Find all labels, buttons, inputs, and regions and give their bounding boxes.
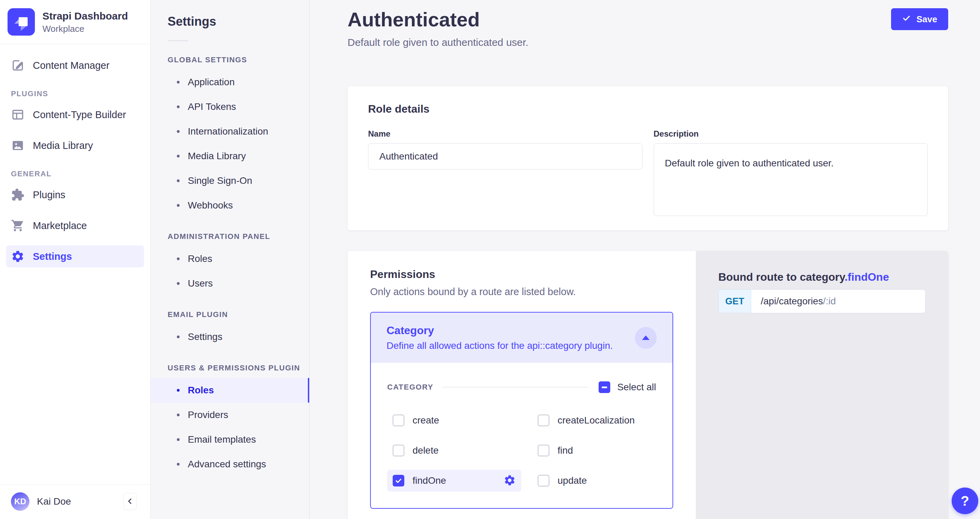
question-mark-icon: ? [961,493,969,509]
gear-icon [11,249,25,263]
sidebar-footer: KD Kai Doe [0,484,150,519]
subnav-item-webhooks[interactable]: Webhooks [151,193,309,218]
select-all-label: Select all [617,382,656,393]
subnav-item-email-templates[interactable]: Email templates [151,427,309,452]
subnav-section-global-settings: GLOBAL SETTINGS [151,56,309,64]
subnav-item-label: API Tokens [188,101,236,112]
bound-route-title-prefix: Bound route to category [718,271,845,283]
accordion-title: Category [387,324,613,337]
delete-checkbox[interactable] [393,445,404,456]
subnav-item-api-tokens[interactable]: API Tokens [151,94,309,119]
action-label: find [558,445,573,456]
subnav-item-label: Settings [188,331,222,342]
subnav-item-admin-users[interactable]: Users [151,271,309,296]
divider [442,387,588,388]
subnav-item-label: Media Library [188,151,246,161]
find-checkbox[interactable] [538,445,549,456]
collapse-sidebar-button[interactable] [124,493,137,510]
permissions-heading: Permissions [370,268,673,281]
subnav-item-admin-roles[interactable]: Roles [151,246,309,271]
image-icon [11,139,25,152]
actions-grid: create createLocalization delete fi [387,409,656,492]
strapi-logo-icon [8,8,35,36]
category-accordion-body: CATEGORY Select all create [371,363,673,508]
findOne-settings-button[interactable] [504,474,516,487]
sidebar-item-label: Settings [33,251,72,262]
subnav-item-label: Internationalization [188,126,268,137]
sidebar-item-label: Media Library [33,140,93,151]
category-accordion-header[interactable]: Category Define all allowed actions for … [371,313,673,363]
bound-route-panel: Bound route to category.findOne GET /api… [696,251,948,519]
save-button-label: Save [916,14,937,25]
sidebar-item-label: Marketplace [33,220,87,232]
brand-subtitle: Workplace [42,23,128,34]
check-icon [902,14,911,25]
route-display: GET /api/categories/:id [718,289,926,313]
sidebar-item-label: Content-Type Builder [33,109,126,120]
brand[interactable]: Strapi Dashboard Workplace [0,0,150,44]
subnav-divider [168,40,188,41]
createLocalization-checkbox[interactable] [538,415,549,426]
subnav-item-email-settings[interactable]: Settings [151,324,309,349]
sidebar-item-media-library[interactable]: Media Library [6,134,144,156]
page-subtitle: Default role given to authenticated user… [348,36,528,49]
subnav-item-up-roles[interactable]: Roles [151,378,309,402]
category-accordion: Category Define all allowed actions for … [370,312,673,509]
avatar[interactable]: KD [11,492,29,511]
sidebar-item-content-type-builder[interactable]: Content-Type Builder [6,104,144,126]
route-param: /:id [823,296,836,307]
create-checkbox[interactable] [393,415,404,426]
sidebar-item-marketplace[interactable]: Marketplace [6,215,144,236]
route-path: /api/categories [761,296,823,307]
sidebar-item-content-manager[interactable]: Content Manager [6,54,144,76]
subnav-item-application[interactable]: Application [151,70,309,94]
update-checkbox[interactable] [538,475,549,487]
subnav-item-single-sign-on[interactable]: Single Sign-On [151,168,309,193]
nav-section-general: GENERAL [11,169,144,178]
findOne-checkbox[interactable] [393,475,404,487]
cog-icon [504,474,516,487]
subnav-section-administration-panel: ADMINISTRATION PANEL [151,232,309,241]
action-label: create [412,415,439,426]
action-findOne[interactable]: findOne [387,470,521,492]
subnav-item-internationalization[interactable]: Internationalization [151,119,309,144]
action-label: delete [412,445,439,456]
category-group-label: CATEGORY [387,383,433,392]
layout-icon [11,108,25,121]
action-createLocalization[interactable]: createLocalization [532,409,656,431]
description-textarea[interactable]: Default role given to authenticated user… [654,144,928,216]
name-label: Name [368,129,643,139]
action-find[interactable]: find [532,439,656,462]
sidebar-item-plugins[interactable]: Plugins [6,184,144,206]
select-all-control[interactable]: Select all [598,382,656,393]
bound-route-action: .findOne [845,271,889,283]
permissions-subtitle: Only actions bound by a route are listed… [370,286,673,297]
save-button[interactable]: Save [891,8,948,30]
action-create[interactable]: create [387,409,521,431]
subnav-item-advanced-settings[interactable]: Advanced settings [151,452,309,477]
subnav-item-providers[interactable]: Providers [151,402,309,427]
subnav-item-label: Application [188,77,235,88]
subnav-item-label: Advanced settings [188,459,266,470]
cart-icon [11,219,25,232]
subnav-item-label: Roles [188,385,214,396]
nav-section-plugins: PLUGINS [11,89,144,98]
description-label: Description [654,129,928,139]
action-label: update [558,475,587,486]
main-sidebar: Strapi Dashboard Workplace Content Manag… [0,0,151,519]
chevron-up-icon [642,335,649,340]
subnav-title: Settings [151,14,309,29]
puzzle-icon [11,188,25,202]
main-content: Authenticated Default role given to auth… [310,0,980,519]
sidebar-item-settings[interactable]: Settings [6,246,144,267]
user-name: Kai Doe [37,496,124,507]
accordion-description: Define all allowed actions for the api::… [387,340,613,351]
collapse-accordion-button[interactable] [635,327,657,349]
subnav-item-media-library[interactable]: Media Library [151,144,309,168]
page-title: Authenticated [348,8,528,31]
select-all-checkbox[interactable] [598,382,610,393]
action-delete[interactable]: delete [387,439,521,462]
name-input[interactable] [368,144,643,169]
help-button[interactable]: ? [951,487,978,514]
action-update[interactable]: update [532,470,656,492]
